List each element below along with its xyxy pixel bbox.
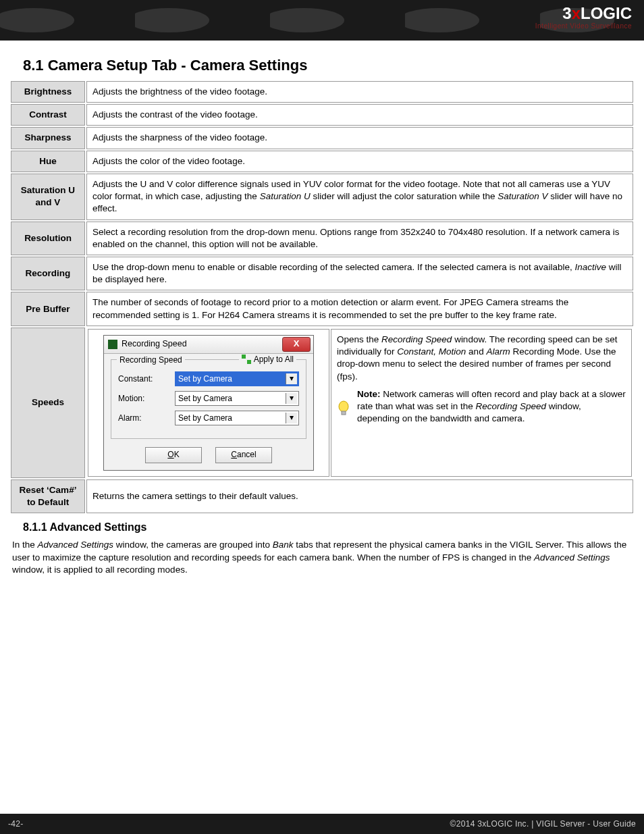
speeds-note-text: Note: Network cameras will often record … [357,388,626,425]
rec-em: Inactive [574,262,606,272]
row-recording: Recording Use the drop-down menu to enab… [11,257,633,290]
desc-hue: Adjusts the color of the video footage. [86,151,633,172]
dialog-icon [108,340,117,349]
sub-em1: Advanced Settings [38,540,114,550]
apply-all-icon [242,355,251,364]
desc-sharpness: Adjusts the sharpness of the video foota… [86,127,633,149]
speeds-cell: Recording Speed X Recording Speed Apply … [86,328,633,478]
desc-saturation: Adjusts the U and V color difference sig… [86,174,633,220]
row-prebuffer: Pre Buffer The number of seconds of foot… [11,292,633,325]
row-contrast: Contrast Adjusts the contrast of the vid… [11,104,633,126]
dialog-body: Recording Speed Apply to All Constant: [104,354,313,470]
desc-recording: Use the drop-down menu to enable or disa… [86,257,633,290]
dialog-buttons: OK Cancel [111,447,306,463]
motion-row: Motion: Set by Camera ▾ [118,391,299,406]
apply-to-all-button[interactable]: Apply to All [239,354,296,365]
close-button[interactable]: X [282,337,311,352]
constant-value: Set by Camera [178,373,232,384]
svg-rect-1 [342,411,346,415]
label-brightness: Brightness [11,81,85,103]
subsection-body: In the Advanced Settings window, the cam… [12,539,632,576]
desc-brightness: Adjusts the brightness of the video foot… [86,81,633,103]
label-speeds: Speeds [11,328,85,478]
label-prebuffer: Pre Buffer [11,292,85,325]
row-sharpness: Sharpness Adjusts the sharpness of the v… [11,127,633,149]
motion-label: Motion: [118,393,175,404]
desc-resolution: Select a recording resolution from the d… [86,221,633,255]
lightbulb-icon [337,388,352,425]
label-resolution: Resolution [11,221,85,255]
sp-c: and [466,346,486,357]
brand-logo: 3xLOGIC Intelligent Video Surveillance [535,5,632,30]
sp-em1: Recording Speed [381,334,452,344]
motion-value: Set by Camera [178,393,232,404]
brand-3: 3 [562,4,571,22]
desc-reset: Returns the camera settings to their def… [86,479,633,513]
dialog-titlebar: Recording Speed X [104,336,313,354]
speeds-desc: Opens the Recording Speed window. The re… [337,334,626,383]
constant-label: Constant: [118,373,175,384]
brand-rest: LOGIC [581,4,632,22]
sub-b: window, the cameras are grouped into [113,540,273,550]
sat-em2: Saturation V [498,191,547,201]
label-contrast: Contrast [11,104,85,126]
recording-speed-dialog: Recording Speed X Recording Speed Apply … [103,335,314,471]
ok-button[interactable]: OK [145,447,202,463]
sat-b: slider will adjust the color saturation … [311,191,498,201]
brand-x: x [572,4,581,22]
note-label: Note: [357,389,381,399]
label-recording: Recording [11,257,85,290]
brand-tagline: Intelligent Video Surveillance [535,23,632,30]
label-reset: Reset ‘Cam#’ to Default [11,479,85,513]
page-number: -42- [8,819,24,829]
page-footer: -42- ©2014 3xLOGIC Inc. | VIGIL Server -… [0,814,644,834]
subsection-title: 8.1.1 Advanced Settings [23,521,635,533]
sp-a: Opens the [337,334,381,344]
row-resolution: Resolution Select a recording resolution… [11,221,633,255]
note-em: Recording Speed [476,401,546,411]
alarm-label: Alarm: [118,413,175,423]
row-saturation: Saturation U and V Adjusts the U and V c… [11,174,633,220]
apply-all-label: Apply to All [254,354,294,365]
alarm-row: Alarm: Set by Camera ▾ [118,411,299,425]
page-header: 3xLOGIC Intelligent Video Surveillance [0,0,644,41]
alarm-value: Set by Camera [178,413,232,423]
row-hue: Hue Adjusts the color of the video foota… [11,151,633,172]
speeds-note: Note: Network cameras will often record … [337,388,626,425]
label-sharpness: Sharpness [11,127,85,149]
label-hue: Hue [11,151,85,172]
chevron-down-icon: ▾ [286,373,297,384]
fieldset-legend: Recording Speed [117,355,185,365]
page-body: 8.1 Camera Setup Tab - Camera Settings B… [0,41,644,576]
speeds-desc-cell: Opens the Recording Speed window. The re… [331,329,632,477]
svg-point-0 [339,401,348,412]
rec-a: Use the drop-down menu to enable or disa… [92,262,574,272]
row-reset: Reset ‘Cam#’ to Default Returns the came… [11,479,633,513]
label-saturation: Saturation U and V [11,174,85,220]
section-title: 8.1 Camera Setup Tab - Camera Settings [23,57,635,74]
alarm-combo[interactable]: Set by Camera ▾ [175,411,299,425]
recording-speed-fieldset: Recording Speed Apply to All Constant: [111,359,306,439]
speeds-dialog-cell: Recording Speed X Recording Speed Apply … [88,329,329,477]
sp-em2: Constant, Motion [397,346,466,357]
sub-em2: Bank [273,540,294,550]
constant-row: Constant: Set by Camera ▾ [118,371,299,386]
settings-table: Brightness Adjusts the brightness of the… [9,80,635,515]
sub-d: window, it is applied to all recording m… [12,565,188,575]
desc-contrast: Adjusts the contrast of the video footag… [86,104,633,126]
row-brightness: Brightness Adjusts the brightness of the… [11,81,633,103]
dialog-title: Recording Speed [122,338,187,350]
sat-em1: Saturation U [260,191,311,201]
row-speeds: Speeds Recording Speed X [11,328,633,478]
sub-a: In the [12,540,38,550]
desc-prebuffer: The number of seconds of footage to reco… [86,292,633,325]
chevron-down-icon: ▾ [286,393,297,404]
constant-combo[interactable]: Set by Camera ▾ [175,371,299,386]
cancel-button[interactable]: Cancel [215,447,272,463]
chevron-down-icon: ▾ [286,413,297,423]
sub-em3: Advanced Settings [534,552,610,563]
footer-right: ©2014 3xLOGIC Inc. | VIGIL Server - User… [450,819,636,829]
sp-em3: Alarm [486,346,510,357]
motion-combo[interactable]: Set by Camera ▾ [175,391,299,406]
